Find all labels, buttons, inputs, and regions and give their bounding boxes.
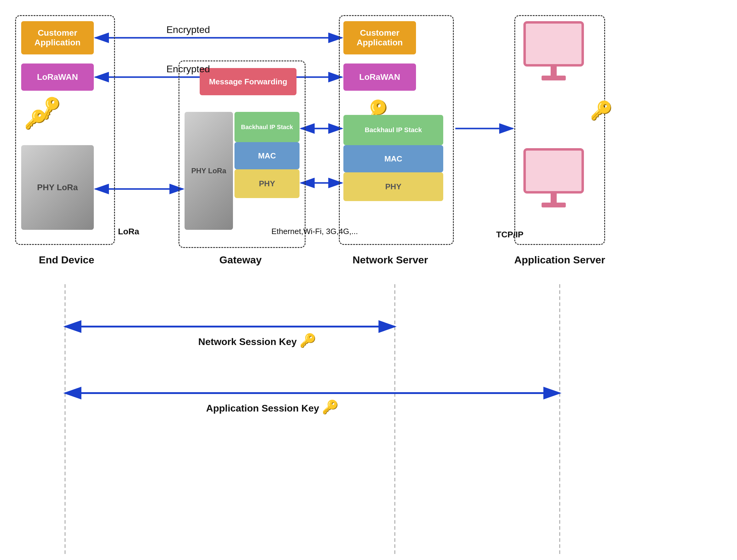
phy-gw: PHY	[234, 169, 299, 198]
encrypted-label-1: Encrypted	[166, 24, 210, 35]
customer-app-end: Customer Application	[21, 21, 94, 54]
phy-lora-end: PHY LoRa	[21, 145, 94, 230]
encrypted-label-2: Encrypted	[166, 63, 210, 75]
network-session-key-icon: 🔑	[299, 333, 316, 348]
customer-app-net: Customer Application	[343, 21, 416, 54]
monitor-bottom	[523, 148, 584, 207]
phy-lora-gw: PHY LoRa	[184, 112, 233, 230]
ethernet-label: Ethernet,Wi-Fi, 3G,4G,...	[266, 227, 363, 236]
lorawan-end: LoRaWAN	[21, 63, 94, 91]
monitor-top	[523, 21, 584, 80]
phy-ns: PHY	[343, 172, 443, 201]
network-session-key-label: Network Session Key 🔑	[151, 333, 363, 348]
lora-label: LoRa	[118, 227, 139, 236]
application-session-key-icon: 🔑	[322, 399, 338, 414]
backhaul-ns: Backhaul IP Stack	[343, 115, 443, 145]
end-device-label: End Device	[15, 254, 118, 266]
mac-gw: MAC	[234, 142, 299, 169]
diagram: Customer Application LoRaWAN PHY LoRa 🔑 …	[0, 0, 737, 560]
gateway-label: Gateway	[175, 254, 305, 266]
backhaul-gw: Backhaul IP Stack	[234, 112, 299, 142]
application-server-label: Application Server	[502, 254, 617, 266]
message-forwarding: Message Forwarding	[200, 68, 296, 95]
application-session-key-label: Application Session Key 🔑	[151, 399, 393, 415]
lorawan-net: LoRaWAN	[343, 63, 416, 91]
tcpip-label: TCP/IP	[496, 230, 523, 239]
green-key-as: 🔑	[590, 100, 613, 121]
network-server-label: Network Server	[330, 254, 451, 266]
mac-ns: MAC	[343, 145, 443, 172]
